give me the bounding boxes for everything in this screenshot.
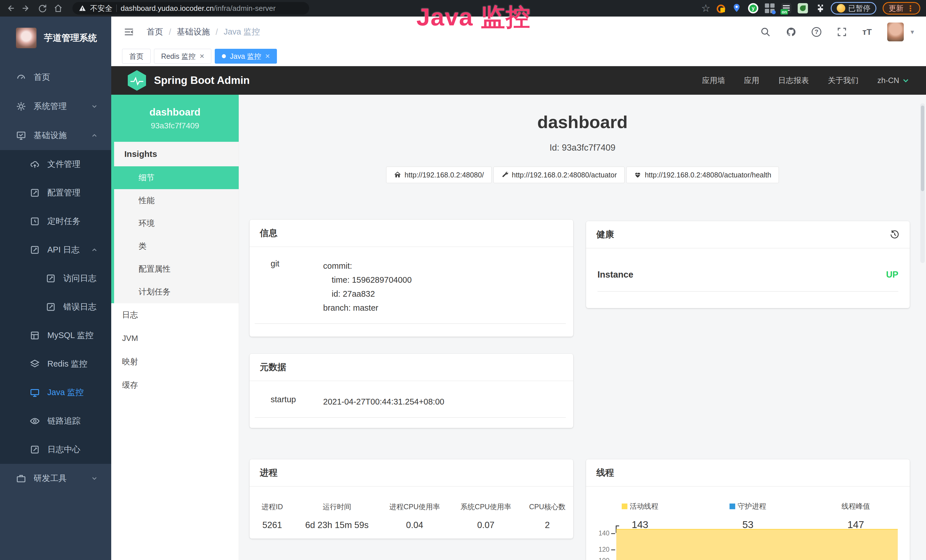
sba-instance-header[interactable]: dashboard 93a3fc7f7409: [111, 95, 239, 142]
sba-menu-metrics[interactable]: 性能: [114, 189, 239, 212]
sidebar-item-api-logs[interactable]: API 日志: [0, 236, 111, 264]
sba-nav-language[interactable]: zh-CN: [877, 76, 909, 85]
header-actions: ? ᴛT ▾: [760, 23, 914, 41]
help-icon[interactable]: ?: [812, 27, 822, 37]
sidebar-item-tracing[interactable]: 链路追踪: [0, 407, 111, 435]
sidebar-item-error-logs[interactable]: 错误日志: [0, 293, 111, 321]
health-card: 健康 Instance UP: [586, 221, 910, 308]
process-pid: 5261: [250, 520, 295, 530]
y-tick-140: 140: [591, 530, 610, 537]
sba-menu-caches[interactable]: 缓存: [111, 374, 239, 397]
process-cpu: 0.04: [379, 520, 450, 530]
scrollbar-thumb[interactable]: [921, 106, 924, 191]
home-icon[interactable]: [54, 4, 63, 13]
sidebar-item-config-mgmt[interactable]: 配置管理: [0, 179, 111, 207]
fullscreen-icon[interactable]: [837, 27, 847, 37]
info-card-title: 信息: [250, 219, 573, 247]
sidebar-item-redis-monitor[interactable]: Redis 监控: [0, 350, 111, 378]
sidebar-item-log-center[interactable]: 日志中心: [0, 435, 111, 464]
extension-grid-icon[interactable]: [764, 3, 775, 14]
sba-menu-logs[interactable]: 日志: [111, 303, 239, 327]
breadcrumb-home[interactable]: 首页: [147, 26, 163, 38]
extension-switch-icon[interactable]: on: [781, 3, 791, 14]
tab-redis-monitor[interactable]: Redis 监控 ×: [154, 49, 211, 64]
sba-menu-scheduled-tasks[interactable]: 计划任务: [114, 280, 239, 303]
threads-card-title: 线程: [586, 459, 910, 487]
sba-nav-journal[interactable]: 日志报表: [778, 75, 809, 86]
cpu-cores: 2: [521, 520, 573, 530]
health-url-button[interactable]: http://192.168.0.2:48080/actuator/health: [626, 166, 779, 183]
breadcrumb-infrastructure[interactable]: 基础设施: [177, 26, 210, 38]
y-tickmark: [611, 549, 615, 550]
menu-fold-icon[interactable]: [123, 26, 135, 38]
close-icon[interactable]: ×: [200, 52, 204, 60]
sidebar-item-infrastructure[interactable]: 基础设施: [0, 121, 111, 150]
font-size-icon[interactable]: ᴛT: [862, 27, 872, 37]
paused-label: 已暂停: [848, 3, 870, 14]
sba-menu-config-props[interactable]: 配置属性: [114, 257, 239, 280]
extension-colorzilla-icon[interactable]: [717, 5, 725, 13]
sba-nav-wallboard[interactable]: 应用墙: [702, 75, 725, 86]
profile-paused-badge[interactable]: 已暂停: [831, 2, 876, 15]
extension-leaf-icon[interactable]: [798, 3, 808, 14]
sidebar-item-dev-tools[interactable]: 研发工具: [0, 464, 111, 493]
search-icon[interactable]: [760, 27, 770, 37]
info-card: 信息 git commit: time: 1596289704000 id: 2…: [250, 219, 573, 337]
back-icon[interactable]: [6, 4, 15, 13]
briefcase-icon: [16, 473, 26, 484]
health-instance-label: Instance: [598, 269, 633, 280]
sidebar-item-access-logs[interactable]: 访问日志: [0, 264, 111, 293]
forward-icon[interactable]: [22, 4, 31, 13]
legend-daemon-threads-swatch: [729, 504, 735, 509]
extension-y-icon[interactable]: y: [748, 3, 758, 14]
process-table-values: 5261 6d 23h 15m 59s 0.04 0.07 2: [250, 512, 573, 530]
infrastructure-submenu: 文件管理 配置管理 定时任务 API 日志 访问日志: [0, 150, 111, 464]
annotation-java-monitor: Java 监控: [416, 1, 531, 34]
tab-home[interactable]: 首页: [122, 49, 151, 64]
browser-menu-icon[interactable]: ⋮: [906, 4, 914, 13]
sba-menu-mappings[interactable]: 映射: [111, 350, 239, 374]
sba-main: dashboard Id: 93a3fc7f7409 http://192.16…: [239, 95, 926, 560]
history-icon[interactable]: [890, 230, 899, 239]
extension-pin-icon[interactable]: [731, 3, 742, 14]
metadata-row-value: 2021-04-27T00:44:31.254+08:00: [323, 395, 444, 409]
sba-nav-applications[interactable]: 应用: [744, 75, 759, 86]
sba-menu-jvm[interactable]: JVM: [111, 327, 239, 350]
sidebar-item-scheduled-jobs[interactable]: 定时任务: [0, 207, 111, 236]
breadcrumb-current: Java 监控: [224, 26, 260, 38]
sba-menu-environment[interactable]: 环境: [114, 212, 239, 235]
breadcrumb-separator: /: [169, 27, 171, 37]
sba-group-label: Insights: [114, 142, 239, 166]
chevron-up-icon: [91, 246, 98, 254]
sba-nav-about[interactable]: 关于我们: [828, 75, 858, 86]
address-bar[interactable]: 不安全 dashboard.yudao.iocoder.cn/infra/adm…: [73, 2, 309, 15]
app-title: 芋道管理系统: [44, 32, 97, 44]
sidebar-item-file-mgmt[interactable]: 文件管理: [0, 150, 111, 179]
avatar-caret-icon[interactable]: ▾: [911, 28, 914, 36]
active-dot: [222, 54, 226, 58]
user-avatar[interactable]: [887, 23, 904, 41]
sba-menu-details[interactable]: 细节: [114, 166, 239, 189]
github-icon[interactable]: [786, 27, 796, 37]
screen: 不安全 dashboard.yudao.iocoder.cn/infra/adm…: [0, 0, 926, 560]
reload-icon[interactable]: [38, 4, 47, 13]
sidebar-item-mysql-monitor[interactable]: MySQL 监控: [0, 321, 111, 350]
chevron-down-icon: [902, 77, 909, 84]
table-icon: [30, 330, 40, 341]
tab-java-monitor[interactable]: Java 监控 ×: [215, 49, 277, 64]
metadata-startup-row: startup 2021-04-27T00:44:31.254+08:00: [255, 381, 566, 418]
close-icon[interactable]: ×: [265, 52, 270, 60]
instance-title: dashboard: [239, 112, 926, 132]
service-url-button[interactable]: http://192.168.0.2:48080/: [386, 166, 492, 183]
extensions-puzzle-icon[interactable]: [814, 3, 825, 14]
sba-header: Spring Boot Admin 应用墙 应用 日志报表 关于我们 zh-CN: [111, 66, 926, 95]
sba-menu-classes[interactable]: 类: [114, 235, 239, 257]
sidebar-item-home[interactable]: 首页: [0, 63, 111, 92]
browser-update-button[interactable]: 更新 ⋮: [883, 2, 920, 15]
url-host: dashboard.yudao.iocoder.cn: [121, 4, 214, 12]
bookmark-star-icon[interactable]: ☆: [701, 3, 710, 14]
sidebar-item-java-monitor[interactable]: Java 监控: [0, 378, 111, 407]
management-url-button[interactable]: http://192.168.0.2:48080/actuator: [493, 166, 625, 183]
content-scrollbar[interactable]: [920, 103, 925, 263]
sidebar-item-system-mgmt[interactable]: 系统管理: [0, 92, 111, 121]
